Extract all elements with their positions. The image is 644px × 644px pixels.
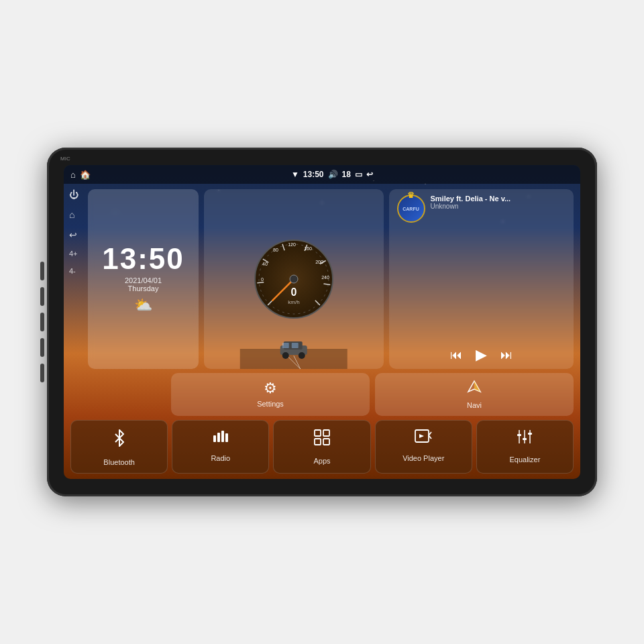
svg-rect-38 — [315, 439, 321, 445]
speedo-inner: 0 40 80 120 160 200 240 — [250, 235, 337, 323]
navi-icon — [388, 380, 560, 398]
svg-rect-36 — [315, 430, 321, 436]
svg-marker-41 — [419, 434, 424, 438]
battery-status-icon: ▭ — [355, 170, 362, 179]
navi-button[interactable]: Navi — [375, 373, 574, 416]
svg-text:0: 0 — [290, 286, 297, 298]
navi-label: Navi — [388, 401, 560, 409]
apps-label: Apps — [313, 457, 330, 465]
settings-row: ⚙ Settings Navi — [64, 373, 580, 420]
prev-button[interactable]: ⏮ — [450, 348, 462, 362]
video-icon — [381, 429, 466, 447]
svg-rect-29 — [292, 343, 299, 348]
svg-text:40: 40 — [262, 262, 268, 266]
video-player-label: Video Player — [402, 454, 444, 462]
widgets-row: 13:50 2021/04/01 Thursday ⛅ — [64, 184, 580, 373]
status-time: 13:50 — [303, 170, 324, 179]
svg-rect-34 — [221, 431, 224, 442]
svg-rect-32 — [213, 435, 216, 442]
wifi-icon: ▼ — [291, 170, 299, 179]
next-button[interactable]: ⏭ — [500, 348, 513, 362]
screen-side-icons: ⏻ ⌂ ↩ 4+ 4- — [69, 189, 78, 275]
volume-status-icon: 🔊 — [328, 170, 338, 179]
apps-row: Bluetooth Radio — [64, 420, 580, 479]
speedometer-widget: 0 40 80 120 160 200 240 — [204, 189, 384, 369]
clock-widget: 13:50 2021/04/01 Thursday ⛅ — [88, 189, 199, 369]
user-status-icon[interactable]: 🏠 — [80, 170, 91, 180]
svg-rect-43 — [517, 434, 521, 436]
svg-point-27 — [299, 352, 305, 359]
clock-date: 2021/04/01 Thursday — [125, 276, 162, 292]
svg-text:120: 120 — [288, 242, 296, 247]
navi-triangle-icon — [467, 380, 482, 394]
play-button[interactable]: ▶ — [476, 346, 487, 364]
apps-icon — [279, 429, 364, 450]
back-status-icon[interactable]: ↩ — [366, 170, 373, 179]
volume-down-icon[interactable]: 4- — [69, 267, 78, 275]
music-logo: ♛ CARFU — [397, 195, 425, 223]
back-icon[interactable]: ↩ — [69, 229, 78, 240]
bluetooth-button[interactable]: Bluetooth — [70, 420, 168, 474]
svg-point-26 — [282, 352, 289, 359]
side-button-2[interactable] — [40, 287, 44, 306]
home-icon[interactable]: ⌂ — [69, 209, 78, 220]
equalizer-icon — [482, 429, 568, 449]
home-status-icon[interactable]: ⌂ — [70, 170, 76, 180]
status-bar: ⌂ 🏠 ▼ 13:50 🔊 18 ▭ ↩ — [64, 165, 580, 184]
side-buttons — [40, 262, 44, 382]
equalizer-svg — [515, 429, 534, 445]
main-content: 13:50 2021/04/01 Thursday ⛅ — [64, 184, 580, 479]
speedometer-svg: 0 40 80 120 160 200 240 — [250, 235, 337, 323]
radio-label: Radio — [211, 454, 230, 462]
svg-rect-28 — [282, 343, 289, 348]
status-center: ▼ 13:50 🔊 18 ▭ ↩ — [91, 170, 574, 179]
side-button-3[interactable] — [40, 313, 44, 331]
apps-button[interactable]: Apps — [273, 420, 370, 474]
bluetooth-icon — [76, 429, 162, 451]
video-svg — [414, 429, 433, 443]
equalizer-label: Equalizer — [509, 455, 540, 464]
svg-point-18 — [290, 275, 298, 283]
side-button-1[interactable] — [40, 262, 44, 280]
car-head-unit: MIC ⌂ 🏠 ▼ 13:50 🔊 18 ▭ ↩ ⏻ ⌂ ↩ 4+ — [47, 148, 597, 496]
power-icon[interactable]: ⏻ — [69, 189, 78, 200]
svg-text:km/h: km/h — [288, 299, 299, 305]
weather-icon: ⛅ — [134, 297, 152, 314]
volume-up-icon[interactable]: 4+ — [69, 250, 78, 258]
apps-svg — [313, 429, 331, 446]
settings-button[interactable]: ⚙ Settings — [171, 373, 370, 416]
music-info: Smiley ft. Delia - Ne v... Unknown — [431, 195, 566, 210]
clock-time: 13:50 — [102, 244, 184, 274]
svg-text:160: 160 — [304, 246, 312, 251]
settings-label: Settings — [184, 400, 356, 408]
svg-rect-33 — [217, 433, 220, 442]
svg-rect-39 — [323, 439, 329, 445]
screen: ⌂ 🏠 ▼ 13:50 🔊 18 ▭ ↩ ⏻ ⌂ ↩ 4+ 4- — [64, 165, 580, 479]
settings-icon: ⚙ — [184, 380, 356, 397]
status-left: ⌂ 🏠 — [70, 170, 91, 180]
radio-svg — [212, 429, 229, 443]
radio-button[interactable]: Radio — [172, 420, 269, 474]
bluetooth-svg — [111, 429, 127, 447]
video-player-button[interactable]: Video Player — [375, 420, 472, 474]
svg-rect-37 — [323, 430, 329, 436]
svg-line-2 — [257, 282, 264, 283]
svg-rect-47 — [528, 433, 532, 435]
svg-rect-35 — [225, 433, 228, 442]
logo-text: CARFU — [402, 207, 419, 211]
car-road — [204, 332, 384, 369]
music-widget: ♛ CARFU Smiley ft. Delia - Ne v... Unkno… — [389, 189, 574, 369]
music-controls: ⏮ ▶ ⏭ — [397, 346, 566, 364]
svg-text:0: 0 — [261, 277, 264, 282]
volume-level: 18 — [342, 170, 351, 179]
music-artist: Unknown — [431, 203, 566, 210]
bluetooth-label: Bluetooth — [103, 458, 134, 466]
music-title: Smiley ft. Delia - Ne v... — [431, 195, 566, 203]
side-button-5[interactable] — [40, 364, 44, 382]
side-button-4[interactable] — [40, 338, 44, 357]
svg-text:200: 200 — [315, 260, 323, 264]
svg-rect-45 — [523, 438, 527, 440]
road-svg — [204, 332, 384, 369]
equalizer-button[interactable]: Equalizer — [476, 420, 574, 474]
music-top: ♛ CARFU Smiley ft. Delia - Ne v... Unkno… — [397, 195, 566, 223]
